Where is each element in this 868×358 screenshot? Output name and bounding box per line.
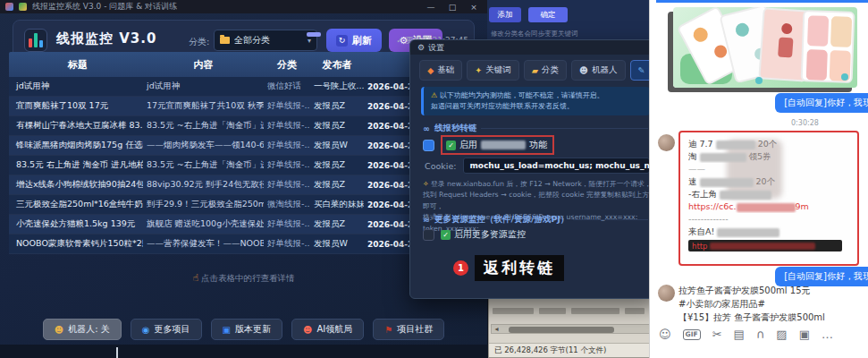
cookie-label: Cookie: (425, 161, 456, 171)
beta-warning-box: ⚠ 以下功能均为内测功能，可能不稳定，请谨慎开启。 如遇问题可关闭对应功能并联系… (421, 87, 650, 115)
refresh-button[interactable]: ↻ 刷新 (326, 29, 382, 52)
robot-icon: ☻ (303, 325, 312, 335)
version-update-button[interactable]: ▣ 版本更新 (211, 319, 282, 340)
flame-icon: ◆ (427, 65, 434, 75)
category-select[interactable]: 全部分类 ▾ (214, 30, 317, 51)
table-row[interactable]: 有棵树山宁春冰地大豆腐冰棒 83.5元83.5元 ~右上角进「淘金币」进足这..… (9, 116, 475, 136)
convert-checkbox[interactable] (423, 140, 434, 151)
check-icon: ✓ (441, 230, 451, 240)
annotation-badge-1: 1 (453, 260, 468, 276)
gear-icon: ⚙ (417, 43, 425, 52)
table-row[interactable]: 小壳速保处方猫粮1.5kg 139元旗舰店 赠送吃100g小壳速保处方猫粮...… (9, 215, 475, 234)
table-header-row: 标题 内容 分类 发布者 时间 (9, 52, 475, 77)
table-row[interactable]: NOOBO蒙康软骨素钙片150粒*2瓶3...——营养保健发车！——NOOBO … (9, 234, 475, 254)
auto-reply-bubble: [自动回复]你好，我现 (775, 93, 868, 113)
check-icon: ✓ (396, 36, 403, 45)
category-select-value: 全部分类 (234, 34, 270, 47)
key-icon: ✦ (475, 65, 482, 75)
chat-top-accent (656, 0, 868, 3)
file-window-statusbar: 已 26,428,426 字节(11 个文件) (489, 343, 659, 357)
scroll-left-arrow[interactable]: ◂ (492, 325, 501, 333)
check-icon: ✓ (446, 141, 456, 150)
scrollbar-thumb[interactable] (509, 327, 614, 333)
chevron-down-icon: ▾ (308, 37, 311, 45)
col-header-content: 内容 (143, 58, 264, 72)
cookie-row: Cookie: mochu_us_load=mochu_us; mochu_us… (425, 158, 650, 174)
warning-icon: ⚠ (431, 91, 437, 99)
antenna-icon: ≈ (423, 215, 430, 225)
settings-tabs: ◆ 基础 ✦ 关键词 ▰ 分类 ☻ 机器人 ✎ 内测 (419, 60, 652, 81)
bg-dialog-confirm-button[interactable]: 确定 (528, 7, 568, 22)
bg-dialog-add-button[interactable]: 添加 (489, 7, 521, 22)
file-list-blurred (493, 303, 655, 319)
deal-link[interactable]: https://c6c. (688, 201, 737, 211)
section-convert-link: ∞ 线报秒转链 (423, 123, 648, 134)
emoji-icon[interactable]: ☺ (659, 328, 671, 341)
robot-toggle-button[interactable]: ☻ 机器人: 关 (43, 319, 122, 340)
app-title: 线报监控 V3.0 (56, 30, 156, 47)
horizontal-scrollbar[interactable]: ◂ ▸ (491, 324, 657, 334)
ai-bureau-button[interactable]: ☻ AI领航局 (291, 319, 364, 340)
enable-more-monitor-row: ✓ 启用更多资源监控 (423, 228, 526, 241)
package-icon: ▣ (223, 325, 231, 335)
lightbulb-icon: ✧ (423, 180, 429, 188)
more-projects-button[interactable]: ◉ 更多项目 (131, 319, 202, 340)
message-timestamp: 0:30:28 (791, 119, 819, 127)
flagged-deal-message: 迪 7.7 20个 淘 领5券 —— 速 20个 -右上角 https://c6… (678, 131, 859, 266)
screen-capture-icon[interactable]: ▣ (799, 328, 810, 341)
censored-link-bar: http (688, 240, 842, 251)
bg-dialog-note: 修改分类名会同步变更关键词 (491, 30, 578, 38)
desktop-strip (0, 345, 488, 358)
headset-icon[interactable]: ∩ (756, 328, 765, 341)
pointing-hand-icon: ☝ (192, 272, 198, 284)
screenshot-root: 添加 确定 修改分类名会同步变更关键词 排除关键词（暂时尚未启用） ◂ ▸ 已 … (0, 0, 868, 358)
table-row[interactable]: 锋味派黑猪肉烟肉烤肠175g 任选5件...——烟肉烤肠发车——领140-60补… (9, 136, 475, 156)
category-label: 分类: (189, 36, 209, 48)
more-icon[interactable]: … (822, 328, 833, 341)
chat-input-toolbar: ☺ GIF ✂ ▤ ∩ ▨ ▣ … (659, 328, 833, 341)
avatar[interactable] (658, 285, 675, 302)
footer-toolbar: ☻ 机器人: 关 ◉ 更多项目 ▣ 版本更新 ☻ AI领航局 ⚑ 项目社群 (0, 319, 487, 340)
col-header-category: 分类 (264, 58, 310, 72)
globe-icon: ◉ (142, 325, 150, 335)
table-row[interactable]: 83.5元 右上角进 淘金币 进凡地柏 有...83.5元 ~右上角进「淘金币」… (9, 156, 475, 175)
table-row[interactable]: 宜而爽船袜了10双 17元17元宜而爽船袜了共10双 秋季怪舒后石...好单线报… (9, 97, 475, 116)
table-row[interactable]: 三元极致全脂250ml*16盒纯牛奶 29...到手29.9！三元极致全脂250… (9, 195, 475, 215)
cursor-caret (116, 347, 118, 358)
file-folder-icon[interactable]: ▤ (734, 328, 745, 341)
screenshot-scissors-icon[interactable]: ✂ (712, 328, 722, 341)
table-row[interactable]: 增达x线条小狗棉绒软抽90抽24包 ...88vip30.92元 到手24包无敌… (9, 175, 475, 195)
avatar[interactable] (658, 134, 675, 151)
folder-icon: ▰ (532, 65, 538, 75)
folder-icon (220, 37, 230, 44)
more-monitor-checkbox[interactable] (423, 229, 434, 241)
settings-dialog-titlebar: ⚙ 设置 (410, 40, 661, 55)
deals-table: 标题 内容 分类 发布者 时间 jd试用神jd试用神微信好话一号陕上收...20… (9, 52, 475, 254)
cookie-tips: ✧ 登录 new.xianbao.fun 后，按 F12 → Network，随… (423, 179, 653, 234)
tab-categories[interactable]: ▰ 分类 (524, 60, 567, 81)
enable-convert-row: ✓ 启用 功能 (423, 135, 554, 155)
deal-text-message: 拉芳鱼子酱膏护发膜500ml 15元 #小卖部の家居用品# 【¥15】拉芳 鱼子… (678, 284, 825, 324)
col-header-publisher: 发布者 (310, 58, 364, 72)
cookie-input[interactable]: mochu_us_load=mochu_us; mochu_us_notice.… (463, 158, 650, 174)
table-row[interactable]: jd试用神jd试用神微信好话一号陕上收...2026-04-22 21:2... (9, 77, 475, 97)
col-header-title: 标题 (9, 58, 143, 72)
chat-window: [自动回复]你好，我现 0:30:28 迪 7.7 20个 淘 领5券 —— 速… (649, 0, 868, 358)
maximize-button[interactable]: □ (444, 3, 460, 12)
tab-keywords[interactable]: ✦ 关键词 (467, 60, 518, 81)
gif-icon[interactable]: GIF (683, 329, 701, 340)
image-icon[interactable]: ▨ (776, 328, 787, 341)
close-button[interactable]: × (466, 3, 482, 12)
flag-icon: ⚑ (384, 325, 392, 335)
tab-basic[interactable]: ◆ 基础 (419, 60, 462, 81)
main-titlebar: 线报监控系统 V3.0 - 问题库 & 对话训练 — □ × (0, 0, 487, 13)
tab-robot[interactable]: ☻ 机器人 (571, 60, 625, 81)
refresh-icon: ↻ (336, 35, 348, 47)
taskbar-app-icon (5, 3, 13, 11)
sticker-pack-image[interactable] (673, 7, 857, 88)
community-button[interactable]: ⚑ 项目社群 (373, 319, 444, 340)
minimize-button[interactable]: — (423, 3, 439, 12)
robot-icon: ☻ (579, 65, 588, 75)
window-title: 线报监控系统 V3.0 - 问题库 & 对话训练 (32, 1, 417, 13)
section-more-monitor: ≈ 更多资源监控（软件/资源/游戏PJ） (423, 214, 648, 226)
